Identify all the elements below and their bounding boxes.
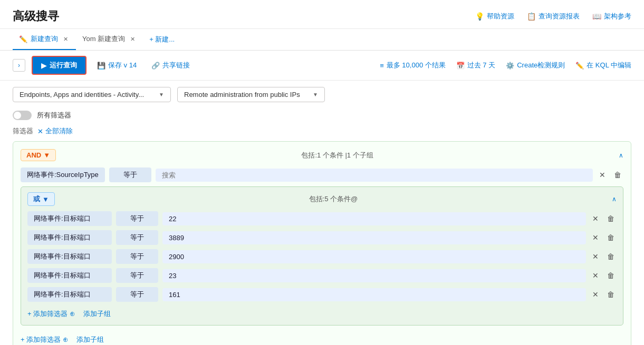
delete-2-icon[interactable]: 🗑 [605,251,617,262]
field-port-4: 网络事件:目标端口 [27,287,112,302]
subgroup-add-subgroup-button[interactable]: 添加子组 [83,309,111,319]
category-dropdown[interactable]: Endpoints, Apps and identities - Activit… [13,87,171,102]
toggle-label: 所有筛选器 [37,111,71,120]
value-3: 23 [162,269,586,282]
close-icon: ✕ [37,127,43,135]
create-rule-item[interactable]: ⚙️ Create检测规则 [506,61,565,70]
and-logic-badge[interactable]: AND ▼ [21,149,56,161]
clear-3-icon[interactable]: ✕ [590,270,601,281]
tabs-bar: ✏️ 新建查询 ✕ Yom 新建查询 ✕ + 新建... [0,29,644,51]
query-resource-label: 查询资源报表 [539,12,580,21]
time-range-label: 过去 7 天 [467,61,495,70]
tab-yom-label: Yom 新建查询 [82,34,125,44]
time-range-item[interactable]: 📅 过去 7 天 [456,61,495,70]
op-equals-main: 等于 [109,167,151,182]
toggle-row: 所有筛选器 [13,107,631,123]
main-content: Endpoints, Apps and identities - Activit… [0,81,644,345]
book-icon: 📖 [592,12,601,21]
value-1: 3889 [162,231,586,244]
condition-row-4: 网络事件:目标端口 等于 161 ✕ 🗑 [27,287,617,302]
max-results-item[interactable]: ≡ 最多 10,000 个结果 [380,61,446,70]
delete-4-icon[interactable]: 🗑 [605,289,617,300]
or-group-header: 或 ▼ 包括:5 个条件@ ∧ [27,192,617,206]
tab-close-1[interactable]: ✕ [61,35,70,43]
search-input[interactable] [156,169,593,182]
tab-yom-query[interactable]: Yom 新建查询 ✕ [76,29,143,50]
op-2: 等于 [116,249,158,264]
rule-icon: ⚙️ [506,62,514,70]
help-icon: 💡 [475,12,484,21]
results-icon: ≡ [380,62,384,70]
subgroup-add-filter-button[interactable]: + 添加筛选器 ⊕ [27,309,75,319]
play-icon: ▶ [41,62,46,70]
filter-row: 筛选器 ✕ 全部清除 [13,123,631,141]
collapse-button[interactable]: › [13,59,25,72]
field-port-0: 网络事件:目标端口 [27,211,112,226]
toolbar: › ▶ 运行查询 💾 保存 v 14 🔗 共享链接 ≡ 最多 10,000 个结… [0,51,644,81]
dropdowns-row: Endpoints, Apps and identities - Activit… [13,81,631,107]
clear-all-label: 全部清除 [45,126,73,136]
chevron-down-icon-4: ▼ [42,195,49,203]
main-add-filter-button[interactable]: + 添加筛选器 ⊕ [21,335,68,344]
field-port-1: 网络事件:目标端口 [27,230,112,245]
and-label: AND [26,151,41,159]
field-port-3: 网络事件:目标端口 [27,268,112,283]
clear-4-icon[interactable]: ✕ [590,289,601,300]
field-port-2: 网络事件:目标端口 [27,249,112,264]
toolbar-meta: ≡ 最多 10,000 个结果 📅 过去 7 天 ⚙️ Create检测规则 ✏… [380,61,631,70]
main-add-subgroup-button[interactable]: 添加子组 [76,335,104,344]
filter-label: 筛选器 [13,126,33,136]
share-label: 共享链接 [162,61,190,70]
save-button[interactable]: 💾 保存 v 14 [93,57,141,73]
arch-ref-button[interactable]: 📖 架构参考 [592,12,631,21]
condition-row-1: 网络事件:目标端口 等于 3889 ✕ 🗑 [27,230,617,245]
chevron-down-icon-3: ▼ [43,151,50,159]
op-0: 等于 [116,211,158,226]
subgroup-add-row: + 添加筛选器 ⊕ 添加子组 [27,306,617,320]
main-group-add-row: + 添加筛选器 ⊕ 添加子组 [21,332,623,345]
share-icon: 🔗 [151,62,160,70]
condition-row-3: 网络事件:目标端口 等于 23 ✕ 🗑 [27,268,617,283]
clear-condition-icon[interactable]: ✕ [597,170,608,180]
collapse-subgroup-icon[interactable]: ∧ [612,195,617,203]
create-rule-label: Create检测规则 [517,61,565,70]
delete-1-icon[interactable]: 🗑 [605,232,617,243]
or-logic-badge[interactable]: 或 ▼ [27,192,55,206]
delete-3-icon[interactable]: 🗑 [605,270,617,281]
arch-ref-label: 架构参考 [604,12,631,21]
clear-0-icon[interactable]: ✕ [590,213,601,224]
delete-0-icon[interactable]: 🗑 [605,213,617,224]
help-label: 帮助资源 [487,12,514,21]
clear-1-icon[interactable]: ✕ [590,232,601,243]
category-value: Endpoints, Apps and identities - Activit… [20,91,144,98]
or-subgroup-container: 或 ▼ 包括:5 个条件@ ∧ 网络事件:目标端口 等于 22 ✕ 🗑 网络事件… [21,186,623,326]
help-resources-button[interactable]: 💡 帮助资源 [475,12,514,21]
max-results-label: 最多 10,000 个结果 [387,61,446,70]
share-button[interactable]: 🔗 共享链接 [147,57,194,73]
filter-clear-button[interactable]: ✕ 全部清除 [37,126,73,136]
or-group-summary: 包括:5 个条件@ [60,194,607,204]
delete-condition-icon[interactable]: 🗑 [612,170,623,180]
edit-kql-item[interactable]: ✏️ 在 KQL 中编辑 [575,61,631,70]
tab-new-button[interactable]: + 新建... [143,29,181,50]
report-icon: 📋 [527,12,536,21]
tab-new-query[interactable]: ✏️ 新建查询 ✕ [13,29,76,50]
tab-new-label: + 新建... [149,35,175,44]
tab-edit-icon: ✏️ [19,35,27,43]
template-value: Remote administration from public IPs [184,91,300,98]
or-label: 或 [33,194,40,204]
run-label: 运行查询 [50,61,77,70]
query-resource-button[interactable]: 📋 查询资源报表 [527,12,580,21]
tab-close-2[interactable]: ✕ [128,35,137,43]
header-actions: 💡 帮助资源 📋 查询资源报表 📖 架构参考 [475,12,631,21]
page-title: 高级搜寻 [13,8,475,24]
collapse-group-icon[interactable]: ∧ [619,152,623,159]
op-1: 等于 [116,230,158,245]
value-0: 22 [162,212,586,225]
template-dropdown[interactable]: Remote administration from public IPs ▼ [177,87,325,102]
edit-kql-label: 在 KQL 中编辑 [587,61,631,70]
main-condition-row: 网络事件:SourceIpType 等于 ✕ 🗑 [21,167,623,182]
all-filters-toggle[interactable] [13,111,32,120]
run-query-button[interactable]: ▶ 运行查询 [32,56,86,75]
clear-2-icon[interactable]: ✕ [590,251,601,262]
